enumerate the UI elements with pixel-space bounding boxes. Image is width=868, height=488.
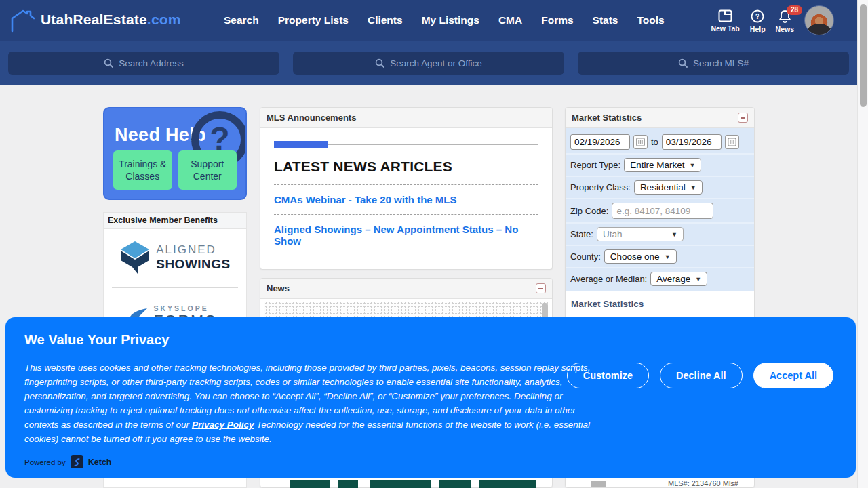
chevron-down-icon: ▼ — [671, 231, 677, 238]
headline-peek — [290, 480, 330, 488]
house-logo-icon — [9, 7, 37, 33]
nav-stats[interactable]: Stats — [593, 14, 618, 26]
quick-search-bar: Search Address Search Agent or Office Se… — [0, 41, 857, 85]
chevron-down-icon: ▼ — [665, 253, 671, 260]
divider — [274, 184, 538, 185]
divider — [112, 287, 238, 288]
need-help-card: Need Help ? Trainings & Classes Support … — [103, 107, 247, 200]
collapse-icon[interactable] — [738, 113, 748, 123]
nav-property-lists[interactable]: Property Lists — [278, 14, 349, 26]
scrollbar-peek — [591, 481, 606, 487]
nav-my-listings[interactable]: My Listings — [422, 14, 479, 26]
average-median-row: Average or Median: Average▼ — [566, 268, 754, 289]
mls-number-peek: MLS#: 2134760 Mls# — [668, 479, 738, 487]
nav-search[interactable]: Search — [224, 14, 259, 26]
ketch-icon — [71, 455, 83, 468]
svg-text:?: ? — [755, 12, 760, 20]
report-type-row: Report Type: Entire Market▼ — [566, 155, 754, 177]
state-select[interactable]: Utah▼ — [597, 227, 684, 241]
county-label: County: — [570, 251, 601, 262]
news-button[interactable]: 28 News — [776, 8, 794, 33]
header-actions: New Tab ? Help 28 News — [711, 0, 834, 41]
average-median-label: Average or Median: — [570, 274, 647, 284]
news-badge: 28 — [787, 5, 802, 15]
date-range-row: to — [566, 131, 754, 155]
chevron-down-icon: ▼ — [695, 276, 701, 283]
zip-code-label: Zip Code: — [570, 206, 608, 216]
privacy-banner-title: We Value Your Privacy — [24, 332, 169, 348]
report-type-label: Report Type: — [570, 160, 620, 170]
privacy-policy-link[interactable]: Privacy Policy — [192, 420, 254, 430]
market-statistics-form: to Report Type: Entire Market▼ Property … — [566, 128, 754, 291]
to-label: to — [651, 137, 658, 147]
accept-all-button[interactable]: Accept All — [753, 363, 833, 388]
carousel-progress-bar — [274, 141, 328, 148]
zip-code-row: Zip Code: — [566, 199, 754, 224]
county-row: County: Choose one▼ — [566, 246, 754, 268]
article-link[interactable]: Aligned Showings – New Appointment Statu… — [274, 224, 538, 247]
powered-by-ketch[interactable]: Powered by Ketch — [24, 455, 111, 468]
nav-cma[interactable]: CMA — [498, 14, 522, 26]
property-class-select[interactable]: Residential▼ — [634, 180, 703, 195]
help-button[interactable]: ? Help — [750, 8, 766, 33]
trainings-classes-button[interactable]: Trainings & Classes — [113, 150, 172, 190]
scrollbar-thumb[interactable] — [860, 4, 867, 107]
collapse-icon[interactable] — [536, 283, 546, 293]
zip-code-input[interactable] — [612, 203, 713, 219]
privacy-banner-text: This website uses cookies and other trac… — [24, 361, 602, 446]
main-nav: Search Property Lists Clients My Listing… — [224, 0, 665, 41]
market-statistics-results-title: Market Statistics — [566, 291, 754, 313]
site-logo-text: UtahRealEstate.com — [41, 12, 181, 28]
average-median-select[interactable]: Average▼ — [650, 272, 707, 286]
privacy-banner-buttons: Customize Decline All Accept All — [567, 363, 833, 388]
report-type-select[interactable]: Entire Market▼ — [624, 158, 701, 172]
state-label: State: — [570, 229, 593, 239]
user-avatar[interactable] — [804, 5, 834, 35]
headline-peek — [479, 480, 536, 488]
help-icon: ? — [751, 9, 764, 23]
search-mls-input[interactable]: Search MLS# — [578, 52, 849, 75]
cookie-consent-banner: We Value Your Privacy This website uses … — [5, 317, 856, 478]
new-tab-button[interactable]: New Tab — [711, 8, 739, 33]
county-select[interactable]: Choose one▼ — [604, 249, 677, 264]
date-from-input[interactable] — [570, 134, 630, 150]
customize-button[interactable]: Customize — [567, 363, 649, 388]
decline-all-button[interactable]: Decline All — [660, 363, 743, 388]
search-icon — [375, 58, 384, 68]
chevron-down-icon: ▼ — [689, 162, 695, 169]
support-center-button[interactable]: Support Center — [178, 150, 237, 190]
news-panel-header: News — [260, 279, 552, 299]
nav-tools[interactable]: Tools — [637, 14, 664, 26]
search-icon — [678, 58, 688, 68]
property-class-row: Property Class: Residential▼ — [566, 177, 754, 199]
divider — [274, 256, 538, 256]
headline-peek — [370, 480, 431, 488]
market-statistics-header: Market Statistics — [566, 108, 754, 128]
member-benefits-header: Exclusive Member Benefits — [103, 212, 247, 228]
calendar-icon[interactable] — [725, 135, 739, 149]
property-class-label: Property Class: — [570, 182, 631, 192]
state-row: State: Utah▼ — [566, 224, 754, 246]
headline-peek — [338, 480, 358, 488]
search-agent-input[interactable]: Search Agent or Office — [293, 52, 564, 75]
page-content-peek: MLS#: 2134760 Mls# — [0, 478, 857, 488]
headline-peek — [439, 480, 471, 488]
aligned-showings-logo[interactable]: ALIGNED SHOWINGS — [104, 229, 246, 285]
new-tab-icon — [718, 9, 732, 22]
search-icon — [104, 58, 113, 68]
nav-forms[interactable]: Forms — [541, 14, 573, 26]
carousel-progress — [274, 141, 538, 148]
date-to-input[interactable] — [662, 134, 722, 150]
chevron-down-icon: ▼ — [690, 184, 696, 191]
search-address-input[interactable]: Search Address — [8, 52, 279, 75]
latest-news-heading: LATEST NEWS ARTICLES — [274, 159, 538, 175]
mls-announcements-panel: MLS Announcements LATEST NEWS ARTICLES C… — [260, 107, 553, 270]
page-scrollbar[interactable] — [857, 0, 868, 488]
site-logo[interactable]: UtahRealEstate.com — [9, 7, 181, 33]
aligned-showings-icon — [119, 240, 151, 275]
article-link[interactable]: CMAs Webinar - Take 20 with the MLS — [274, 194, 538, 205]
top-navigation-bar: UtahRealEstate.com Search Property Lists… — [0, 0, 857, 41]
divider — [274, 214, 538, 215]
calendar-icon[interactable] — [633, 135, 648, 149]
nav-clients[interactable]: Clients — [368, 14, 403, 26]
